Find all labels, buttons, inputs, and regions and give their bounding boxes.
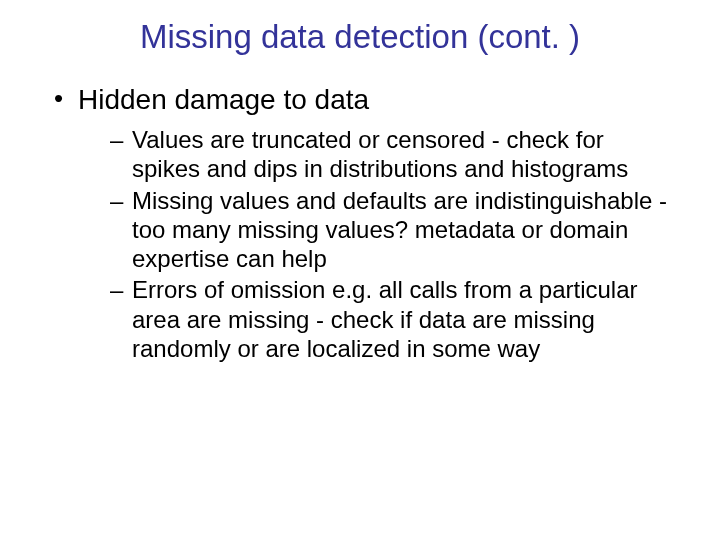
list-item: Hidden damage to data Values are truncat…	[52, 82, 670, 363]
list-item: Values are truncated or censored - check…	[110, 125, 670, 184]
bullet-text: Missing values and defaults are indistin…	[132, 187, 667, 273]
slide-content: Missing data detection (cont. ) Hidden d…	[0, 0, 720, 395]
slide-title: Missing data detection (cont. )	[50, 18, 670, 56]
bullet-list-level2: Values are truncated or censored - check…	[110, 125, 670, 363]
list-item: Missing values and defaults are indistin…	[110, 186, 670, 274]
bullet-text: Hidden damage to data	[78, 84, 369, 115]
list-item: Errors of omission e.g. all calls from a…	[110, 275, 670, 363]
bullet-text: Errors of omission e.g. all calls from a…	[132, 276, 638, 362]
bullet-text: Values are truncated or censored - check…	[132, 126, 628, 182]
bullet-list-level1: Hidden damage to data Values are truncat…	[52, 82, 670, 363]
